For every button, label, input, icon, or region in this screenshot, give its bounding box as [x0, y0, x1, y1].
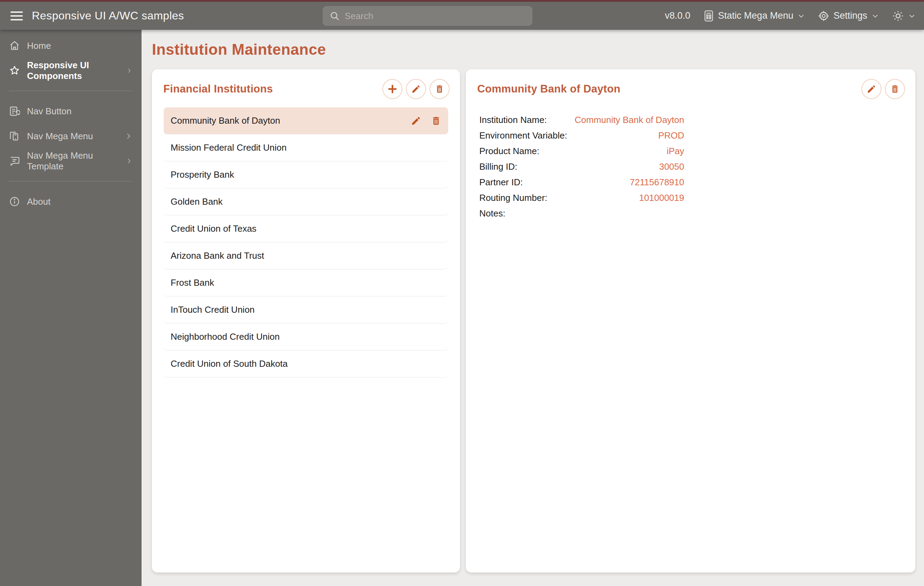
settings-dropdown[interactable]: Settings — [818, 10, 879, 22]
chevron-right-icon — [126, 66, 132, 75]
trash-icon — [431, 116, 441, 126]
field-label: Notes: — [479, 208, 505, 219]
mega-menu-icon — [704, 10, 714, 22]
detail-field-row: Billing ID:30050 — [479, 159, 684, 175]
sidebar-item-label: Responsive UI Components — [27, 60, 119, 81]
sidebar-item-home[interactable]: Home — [0, 33, 142, 58]
trash-icon — [890, 84, 900, 94]
pencil-icon — [866, 84, 876, 94]
institutions-card-title: Financial Institutions — [163, 83, 273, 95]
search-box[interactable] — [323, 6, 532, 26]
sidebar-item-label: Nav Mega Menu — [27, 131, 93, 142]
sidebar-divider — [9, 181, 132, 182]
pencil-icon — [411, 84, 421, 94]
field-value: 72115678910 — [630, 177, 684, 188]
app-title: Responsive UI A/WC samples — [32, 9, 184, 22]
home-icon — [9, 40, 20, 51]
page-title: Institution Maintenance — [152, 41, 915, 58]
field-label: Institution Name: — [479, 115, 547, 125]
institution-row[interactable]: Golden Bank — [164, 189, 448, 215]
star-icon — [9, 65, 20, 76]
institution-row[interactable]: Community Bank of Dayton — [164, 108, 448, 134]
detail-field-row: Partner ID:72115678910 — [479, 175, 684, 190]
institution-name: Credit Union of Texas — [171, 223, 256, 234]
institution-name: Neighborhood Credit Union — [171, 331, 280, 342]
field-label: Product Name: — [479, 146, 539, 157]
institution-name: Arizona Bank and Trust — [171, 250, 264, 261]
institution-row[interactable]: Credit Union of South Dakota — [164, 351, 448, 377]
sidebar-item-label: Nav Button — [27, 106, 72, 117]
detail-field-row: Institution Name:Community Bank of Dayto… — [479, 112, 684, 128]
add-institution-button[interactable] — [383, 79, 403, 99]
institution-name: Mission Federal Credit Union — [171, 142, 287, 153]
field-label: Partner ID: — [479, 177, 523, 188]
detail-card-title: Community Bank of Dayton — [477, 83, 620, 95]
institution-name: Prosperity Bank — [171, 169, 234, 180]
nav-mega-menu-template-icon — [9, 156, 20, 167]
sidebar-item-nav-button[interactable]: Nav Button — [0, 99, 142, 124]
delete-institution-button[interactable] — [429, 79, 450, 99]
institution-row[interactable]: Arizona Bank and Trust — [164, 242, 448, 270]
institution-name: Credit Union of South Dakota — [171, 358, 287, 369]
search-icon — [330, 11, 340, 21]
field-value: Community Bank of Dayton — [575, 115, 684, 125]
chevron-down-icon — [908, 12, 916, 20]
institution-row[interactable]: Neighborhood Credit Union — [164, 323, 448, 351]
institution-row[interactable]: Prosperity Bank — [164, 161, 448, 189]
sidebar-item-label: Home — [27, 41, 51, 51]
mega-menu-label: Static Mega Menu — [718, 10, 794, 21]
detail-field-row: Routing Number:101000019 — [479, 190, 684, 206]
field-value: 101000019 — [639, 192, 684, 203]
mega-menu-dropdown[interactable]: Static Mega Menu — [704, 10, 805, 22]
sun-icon — [892, 10, 904, 22]
sidebar-item-about[interactable]: About — [0, 189, 142, 214]
institution-name: Community Bank of Dayton — [171, 115, 280, 126]
institution-list: Community Bank of DaytonMission Federal … — [152, 106, 460, 377]
field-label: Routing Number: — [479, 192, 548, 203]
field-label: Billing ID: — [479, 161, 517, 172]
gear-icon — [818, 10, 829, 22]
search-input[interactable] — [345, 11, 526, 22]
chevron-down-icon — [871, 12, 879, 20]
delete-detail-button[interactable] — [885, 79, 905, 99]
institution-name: Frost Bank — [171, 277, 214, 288]
institution-row[interactable]: Credit Union of Texas — [164, 215, 448, 242]
nav-button-icon — [9, 106, 20, 117]
nav-mega-menu-icon — [9, 131, 20, 142]
chevron-down-icon — [797, 12, 805, 20]
detail-field-row: Environment Variable:PROD — [479, 128, 684, 143]
sidebar: Home Responsive UI Components Nav Button — [0, 30, 142, 586]
plus-icon — [387, 84, 398, 94]
financial-institutions-card: Financial Institutions — [152, 69, 460, 573]
theme-toggle[interactable] — [892, 10, 916, 22]
sidebar-item-responsive-ui-components[interactable]: Responsive UI Components — [0, 58, 142, 83]
settings-label: Settings — [833, 10, 867, 21]
chevron-right-icon — [124, 132, 132, 140]
institution-name: Golden Bank — [171, 196, 223, 207]
institution-row[interactable]: Frost Bank — [164, 270, 448, 296]
version-label: v8.0.0 — [665, 10, 690, 21]
sidebar-item-label: About — [27, 196, 51, 207]
pencil-icon — [411, 116, 421, 126]
sidebar-item-label: Nav Mega Menu Template — [27, 150, 118, 172]
hamburger-menu-icon[interactable] — [10, 12, 23, 20]
institution-detail-card: Community Bank of Dayton Institution Nam… — [466, 69, 915, 573]
institution-row[interactable]: Mission Federal Credit Union — [164, 134, 448, 161]
detail-field-row: Notes: — [479, 206, 684, 221]
edit-detail-button[interactable] — [861, 79, 881, 99]
top-bar: Responsive UI A/WC samples v8.0.0 Static… — [0, 2, 924, 30]
row-delete-button[interactable] — [431, 116, 441, 126]
institution-name: InTouch Credit Union — [171, 305, 255, 315]
field-value: 30050 — [659, 161, 684, 172]
institution-row[interactable]: InTouch Credit Union — [164, 296, 448, 323]
edit-institution-button[interactable] — [406, 79, 426, 99]
sidebar-item-nav-mega-menu[interactable]: Nav Mega Menu — [0, 124, 142, 149]
field-label: Environment Variable: — [479, 130, 567, 141]
detail-field-row: Product Name:iPay — [479, 143, 684, 159]
sidebar-item-nav-mega-menu-template[interactable]: Nav Mega Menu Template — [0, 149, 142, 174]
row-edit-button[interactable] — [411, 116, 421, 126]
main-content: Institution Maintenance Financial Instit… — [142, 30, 924, 586]
field-value: PROD — [658, 130, 684, 141]
field-value: iPay — [667, 146, 684, 157]
sidebar-divider — [9, 91, 132, 91]
